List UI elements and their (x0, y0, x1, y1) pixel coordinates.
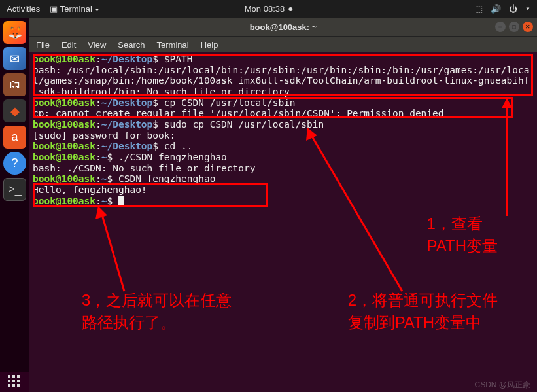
svg-marker-5 (95, 206, 107, 219)
window-title: book@100ask: ~ (250, 22, 317, 32)
annotation-2: 2，将普通可执行文件 复制到PATH变量中 (348, 289, 498, 333)
maximize-button[interactable]: □ (509, 22, 519, 32)
cursor (118, 196, 124, 206)
launcher-dock: 🦊 ✉ 🗂 ◆ a ? >_ (0, 18, 29, 372)
network-icon[interactable]: ⬚ (475, 4, 483, 14)
amazon-icon[interactable]: a (3, 126, 26, 149)
menu-terminal[interactable]: Terminal (157, 40, 189, 50)
terminal-icon[interactable]: >_ (3, 178, 26, 201)
arrow-3 (92, 206, 144, 294)
gnome-topbar: Activities ▣ Terminal ▼ Mon 08:38 ⬚ 🔊 ⏻ … (0, 0, 537, 18)
thunderbird-icon[interactable]: ✉ (3, 47, 26, 70)
menu-search[interactable]: Search (118, 40, 145, 50)
app-menu[interactable]: ▣ Terminal ▼ (50, 4, 99, 14)
output-sudo: [sudo] password for book: (33, 130, 534, 141)
firefox-icon[interactable]: 🦊 (3, 21, 26, 44)
annotation-1: 1，查看 PATH变量 (427, 213, 498, 257)
terminal-menubar: File Edit View Search Terminal Help (29, 36, 537, 52)
output-hello: Hello, fengzhenghao! (33, 185, 534, 196)
show-applications-icon[interactable] (8, 375, 20, 387)
activities-button[interactable]: Activities (7, 4, 40, 14)
terminal-window: book@100ask: ~ ‒ □ ✕ File Edit View Sear… (29, 18, 537, 392)
files-icon[interactable]: 🗂 (3, 73, 26, 96)
menu-edit[interactable]: Edit (61, 40, 76, 50)
window-titlebar[interactable]: book@100ask: ~ ‒ □ ✕ (29, 18, 537, 36)
help-icon[interactable]: ? (3, 152, 26, 175)
output-path: bash: /usr/local/sbin:/usr/local/bin:/us… (33, 65, 534, 98)
clock[interactable]: Mon 08:38 (245, 4, 285, 14)
minimize-button[interactable]: ‒ (495, 22, 506, 32)
software-icon[interactable]: ◆ (3, 99, 26, 122)
terminal-content[interactable]: book@100ask:~/Desktop$ $PATH bash: /usr/… (29, 52, 537, 207)
annotation-3: 3，之后就可以在任意 路径执行了。 (82, 289, 232, 333)
menu-view[interactable]: View (88, 40, 106, 50)
close-button[interactable]: ✕ (523, 22, 533, 32)
volume-icon[interactable]: 🔊 (491, 4, 501, 14)
notification-dot (288, 7, 292, 11)
svg-line-4 (101, 213, 124, 291)
watermark: CSDN @风正豪 (474, 380, 530, 391)
output-nofile: bash: ./CSDN: No such file or directory (33, 163, 534, 174)
power-icon[interactable]: ⏻ (509, 4, 517, 14)
system-menu-arrow[interactable]: ▼ (525, 6, 530, 12)
menu-help[interactable]: Help (201, 40, 218, 50)
output-cp-denied: cp: cannot create regular file '/usr/loc… (33, 108, 534, 119)
menu-file[interactable]: File (36, 40, 50, 50)
